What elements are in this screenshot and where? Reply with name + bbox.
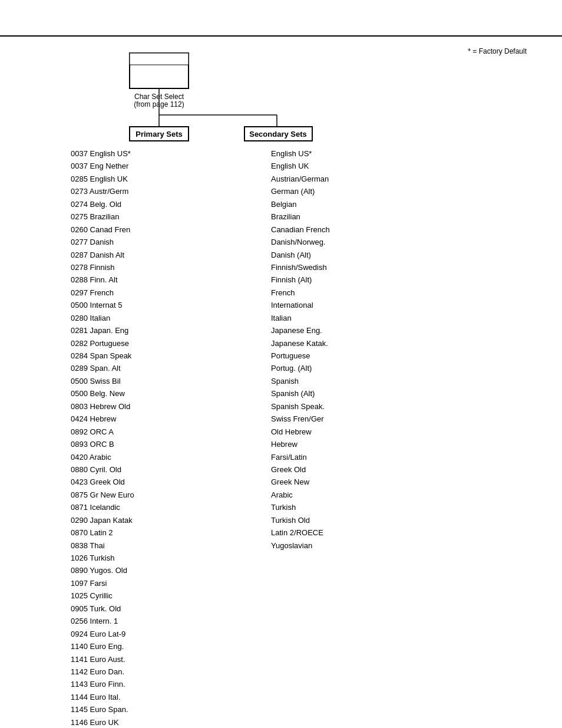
primary-list-item: 0274 Belg. Old bbox=[71, 198, 200, 210]
primary-list: 0037 English US*0037 Eng Nether0285 Engl… bbox=[71, 147, 200, 728]
primary-list-item: 0281 Japan. Eng bbox=[71, 324, 200, 337]
secondary-list-item: Portug. (Alt) bbox=[271, 362, 389, 374]
primary-list-item: 0423 Greek Old bbox=[71, 476, 200, 488]
primary-list-item: 0500 Belg. New bbox=[71, 387, 200, 400]
secondary-list-item: Spanish Speak. bbox=[271, 400, 389, 413]
secondary-list-item: Farsi/Latin bbox=[271, 451, 389, 463]
primary-list-item: 0256 Intern. 1 bbox=[71, 615, 200, 627]
secondary-list-item: French bbox=[271, 286, 389, 299]
secondary-list-item: Turkish bbox=[271, 501, 389, 513]
secondary-list-item: Japanese Eng. bbox=[271, 324, 389, 337]
secondary-list-item: Yugoslavian bbox=[271, 539, 389, 552]
secondary-list-item: Hebrew bbox=[271, 438, 389, 450]
secondary-list-item: International bbox=[271, 299, 389, 311]
secondary-list-item: Latin 2/ROECE bbox=[271, 526, 389, 539]
primary-list-item: 0838 Thai bbox=[71, 539, 200, 552]
primary-list-item: 0278 Finnish bbox=[71, 261, 200, 274]
secondary-list-item: Danish (Alt) bbox=[271, 249, 389, 261]
page-content: * = Factory Default Char Set Select (fro… bbox=[0, 0, 562, 728]
primary-list-item: 1026 Turkish bbox=[71, 552, 200, 564]
primary-list-item: 0890 Yugos. Old bbox=[71, 564, 200, 577]
primary-list-item: 1145 Euro Span. bbox=[71, 703, 200, 716]
secondary-list-item: Swiss Fren/Ger bbox=[271, 413, 389, 425]
secondary-list-item: Austrian/German bbox=[271, 173, 389, 185]
primary-list-item: 0880 Cyril. Old bbox=[71, 463, 200, 476]
primary-list-item: 0288 Finn. Alt bbox=[71, 274, 200, 286]
secondary-list-item: Greek New bbox=[271, 476, 389, 488]
primary-list-item: 1097 Farsi bbox=[71, 577, 200, 589]
primary-list-item: 0500 Internat 5 bbox=[71, 299, 200, 311]
primary-list-item: 0037 Eng Nether bbox=[71, 160, 200, 172]
primary-list-item: 0277 Danish bbox=[71, 236, 200, 248]
primary-list-item: 0893 ORC B bbox=[71, 438, 200, 450]
primary-list-item: 1142 Euro Dan. bbox=[71, 666, 200, 678]
secondary-list: English US*English UKAustrian/GermanGerm… bbox=[271, 147, 389, 552]
primary-list-item: 1143 Euro Finn. bbox=[71, 678, 200, 690]
svg-text:Secondary Sets: Secondary Sets bbox=[249, 130, 307, 139]
factory-default-label: * = Factory Default bbox=[468, 47, 527, 55]
primary-list-item: 0875 Gr New Euro bbox=[71, 489, 200, 501]
primary-list-item: 0424 Hebrew bbox=[71, 413, 200, 425]
primary-list-item: 0297 French bbox=[71, 286, 200, 299]
secondary-list-item: Japanese Katak. bbox=[271, 337, 389, 350]
primary-list-item: 0289 Span. Alt bbox=[71, 362, 200, 374]
secondary-list-item: Spanish bbox=[271, 375, 389, 387]
primary-list-item: 0287 Danish Alt bbox=[71, 249, 200, 261]
secondary-list-item: English US* bbox=[271, 147, 389, 160]
secondary-list-item: German (Alt) bbox=[271, 185, 389, 197]
primary-list-item: 1146 Euro UK bbox=[71, 716, 200, 728]
primary-list-item: 0870 Latin 2 bbox=[71, 526, 200, 539]
primary-list-item: 0260 Canad Fren bbox=[71, 223, 200, 236]
secondary-list-item: Finnish/Swedish bbox=[271, 261, 389, 274]
secondary-list-item: Portuguese bbox=[271, 350, 389, 362]
primary-list-item: 0037 English US* bbox=[71, 147, 200, 160]
secondary-list-item: Brazilian bbox=[271, 210, 389, 223]
primary-list-item: 0284 Span Speak bbox=[71, 350, 200, 362]
primary-list-item: 0500 Swiss Bil bbox=[71, 375, 200, 387]
primary-list-item: 0275 Brazilian bbox=[71, 210, 200, 223]
lists-area: 0037 English US*0037 Eng Nether0285 Engl… bbox=[71, 147, 527, 728]
svg-text:Primary Sets: Primary Sets bbox=[135, 130, 183, 139]
primary-list-item: 0905 Turk. Old bbox=[71, 602, 200, 615]
primary-list-item: 0871 Icelandic bbox=[71, 501, 200, 513]
primary-list-item: 0803 Hebrew Old bbox=[71, 400, 200, 413]
primary-list-item: 0282 Portuguese bbox=[71, 337, 200, 350]
primary-list-item: 0280 Italian bbox=[71, 312, 200, 324]
secondary-list-item: Old Hebrew bbox=[271, 426, 389, 438]
primary-list-item: 0892 ORC A bbox=[71, 426, 200, 438]
primary-list-item: 1144 Euro Ital. bbox=[71, 691, 200, 703]
secondary-list-item: Canadian French bbox=[271, 223, 389, 236]
secondary-list-item: Spanish (Alt) bbox=[271, 387, 389, 400]
secondary-list-item: Finnish (Alt) bbox=[271, 274, 389, 286]
svg-rect-1 bbox=[130, 53, 189, 65]
primary-list-item: 1141 Euro Aust. bbox=[71, 653, 200, 666]
primary-list-item: 0290 Japan Katak bbox=[71, 514, 200, 526]
secondary-list-item: Greek Old bbox=[271, 463, 389, 476]
primary-list-item: 1025 Cyrillic bbox=[71, 589, 200, 602]
primary-list-item: 1140 Euro Eng. bbox=[71, 640, 200, 653]
primary-list-item: 0924 Euro Lat-9 bbox=[71, 628, 200, 640]
secondary-list-item: Belgian bbox=[271, 198, 389, 210]
primary-list-item: 0420 Arabic bbox=[71, 451, 200, 463]
diagram-svg: Char Set Select (from page 112) Primary … bbox=[94, 47, 365, 141]
secondary-list-item: Turkish Old bbox=[271, 514, 389, 526]
secondary-list-item: Arabic bbox=[271, 489, 389, 501]
primary-list-item: 0273 Austr/Germ bbox=[71, 185, 200, 197]
secondary-list-item: Italian bbox=[271, 312, 389, 324]
secondary-list-item: English UK bbox=[271, 160, 389, 172]
secondary-list-item: Danish/Norweg. bbox=[271, 236, 389, 248]
primary-list-item: 0285 English UK bbox=[71, 173, 200, 185]
